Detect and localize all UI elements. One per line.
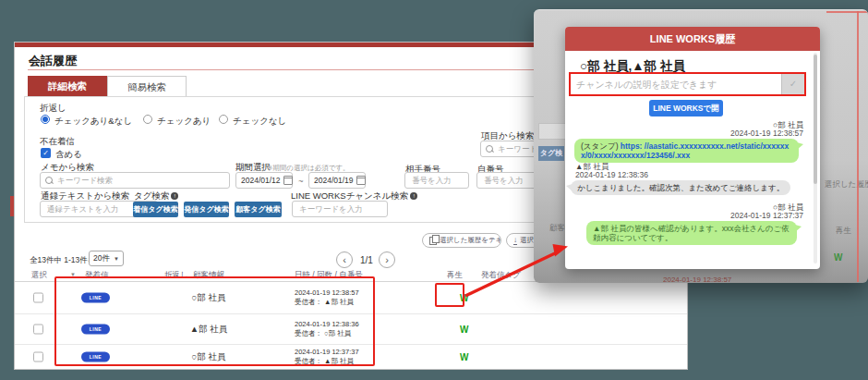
lw-channel-search-input[interactable] <box>297 203 382 215</box>
tab-simple-search[interactable]: 簡易検索 <box>107 76 187 96</box>
textize-selected-button[interactable]: 選択した履歴をテキスト化 <box>422 233 501 248</box>
datetime-cell: 2024-01-19 12:37:37 受信者： ▲部 社員 <box>295 348 359 366</box>
radio-unchecked[interactable] <box>219 115 228 124</box>
radio-check-both-label[interactable]: チェックあり&なし <box>54 116 132 128</box>
table-row[interactable]: LINE ○部 社員 2024-01-19 12:38:57 受信者： ▲部 社… <box>15 281 687 313</box>
info-icon: ! <box>171 192 178 200</box>
search-icon <box>45 177 53 184</box>
customer-tag-search-button[interactable]: 顧客タグ検索 <box>235 202 282 217</box>
next-page-button[interactable]: › <box>379 251 395 268</box>
open-in-lineworks-button[interactable]: LINE WORKSで開く <box>649 100 723 116</box>
lineworks-play-icon[interactable]: W <box>460 352 468 362</box>
table-row[interactable]: LINE ○部 社員 2024-01-19 12:37:37 受信者： ▲部 社… <box>15 344 687 370</box>
dimmed-red-box-edge <box>857 11 859 282</box>
tab-detailed-search[interactable]: 詳細検索 <box>28 76 107 96</box>
col-header-datetime: 日時 / 回数 / 自番号 <box>295 270 363 281</box>
customer-name: ○部 社員 <box>153 351 264 363</box>
calendar-icon[interactable] <box>356 176 366 185</box>
page-size-select[interactable]: 20件 ▼ <box>89 251 124 266</box>
period-from-field[interactable]: 2024/01/12 <box>235 172 293 189</box>
dialog-header: LINE WORKS履歴 <box>565 27 820 51</box>
page-indicator: 1/1 <box>360 255 373 265</box>
download-icon: ↓ <box>513 237 517 245</box>
customer-name: ▲部 社員 <box>153 323 264 335</box>
radio-unchecked-label[interactable]: チェックなし <box>233 116 286 128</box>
customer-name: ○部 社員 <box>153 291 264 303</box>
include-checkbox-label[interactable]: 含める <box>55 149 82 161</box>
copy-icon <box>429 237 437 245</box>
row-checkbox[interactable] <box>33 352 43 362</box>
missed-call-label: 不在着信 <box>40 136 75 148</box>
period-tilde: ~ <box>298 176 304 186</box>
line-badge: LINE <box>81 292 110 302</box>
period-required-note: ※期間の選択は必須です。 <box>267 164 350 173</box>
dimmed-toolbar-text: 選択した履歴 <box>825 179 868 190</box>
channel-description-field-highlighted[interactable]: ✓ <box>569 72 806 96</box>
col-header-tags: 発着信タグ <box>481 270 521 281</box>
message-time: 2024-01-19 12:38:36 <box>575 171 648 179</box>
period-from-value: 2024/01/12 <box>241 176 281 185</box>
dimmed-input-fragment <box>538 123 566 140</box>
period-to-field[interactable]: 2024/01/19 <box>308 172 366 189</box>
prev-page-button[interactable]: ‹ <box>336 251 353 268</box>
col-header-select: 選択 <box>31 270 47 281</box>
incoming-tag-search-button[interactable]: 着信タグ検索 <box>133 202 178 217</box>
dimmed-red-box-edge <box>826 11 868 13</box>
radio-check-both[interactable] <box>41 115 50 124</box>
channel-description-input[interactable] <box>571 74 781 94</box>
datetime-cell: 2024-01-19 12:38:57 受信者： ▲部 社員 <box>295 288 359 307</box>
dimmed-date-fragment: 2024-01-19 12:38:57 <box>663 276 731 283</box>
message-time: 2024-01-19 12:37:37 <box>730 212 803 220</box>
dialog-scrollbar[interactable] <box>814 53 817 264</box>
line-badge: LINE <box>81 324 110 334</box>
partner-number-field[interactable] <box>404 172 469 189</box>
message-time: 2024-01-19 12:38:57 <box>730 129 803 138</box>
scrollbar-thumb[interactable] <box>814 55 817 184</box>
col-header-callback: 折返し <box>164 270 188 281</box>
chat-bubble: かしこまりました。確認次第、また改めてご連絡します。 <box>571 180 790 195</box>
callback-filter-label: 折返し <box>40 103 66 115</box>
row-checkbox[interactable] <box>33 324 43 334</box>
col-header-direction: 発着信 <box>85 270 109 281</box>
dimmed-lineworks-icon: W <box>834 252 842 263</box>
radio-checked-label[interactable]: チェックあり <box>157 116 211 128</box>
radio-checked[interactable] <box>143 115 152 124</box>
table-row[interactable]: LINE ▲部 社員 2024-01-19 12:38:36 受信者： ○部 社… <box>15 313 687 344</box>
chat-bubble: ▲部 社員の皆様へ確認があります。xxx会社さんのご依頼内容についてです。 <box>586 221 797 245</box>
chevron-down-icon: ▼ <box>114 256 119 262</box>
lineworks-play-icon[interactable]: W <box>460 292 468 302</box>
period-to-value: 2024/01/19 <box>314 176 354 185</box>
confirm-check-button[interactable]: ✓ <box>781 74 804 94</box>
search-icon <box>486 145 493 153</box>
memo-search-input[interactable] <box>55 175 224 186</box>
include-checkbox[interactable]: ✓ <box>41 148 51 158</box>
lineworks-play-icon[interactable]: W <box>460 324 468 334</box>
row-checkbox[interactable] <box>33 292 43 302</box>
memo-search-field[interactable] <box>40 172 230 189</box>
info-icon: ! <box>410 192 417 200</box>
datetime-cell: 2024-01-19 12:38:36 受信者： ○部 社員 <box>295 320 359 338</box>
page-title: 会話履歴 <box>29 53 77 69</box>
chat-bubble-stamp: (スタンプ) https: //aastatic.xxxxxxxxxx.net/… <box>574 139 799 163</box>
outgoing-tag-search-button[interactable]: 発信タグ検索 <box>184 202 229 217</box>
calendar-icon[interactable] <box>283 176 293 185</box>
dimmed-play-header: 再生 <box>836 226 851 237</box>
lineworks-modal-screenshot: タグ検索 顧客情 選択した履歴 再生 W 2024-01-19 12:38:57… <box>534 9 868 283</box>
col-header-play: 再生 <box>447 270 463 281</box>
lw-channel-search-field[interactable] <box>292 201 388 217</box>
col-header-customer: 顧客情報 <box>193 270 224 281</box>
dimmed-tag-button-fragment: タグ検索 <box>538 146 564 161</box>
lineworks-history-dialog: LINE WORKS履歴 ○部 社員,▲部 社員 ✓ LINE WORKSで開く… <box>565 27 820 269</box>
sort-caret-icon[interactable]: ▼ <box>70 272 76 277</box>
line-badge: LINE <box>81 352 110 362</box>
partner-number-input[interactable] <box>410 175 464 186</box>
